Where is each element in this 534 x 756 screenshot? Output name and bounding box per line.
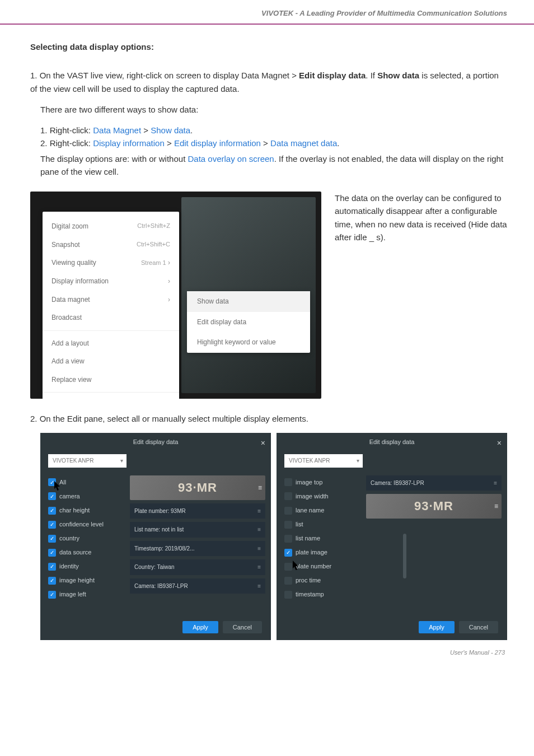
- checkbox-icon[interactable]: ✓: [48, 563, 56, 571]
- way1-sep: >: [141, 125, 151, 135]
- scrollbar-track[interactable]: [403, 466, 406, 606]
- close-icon[interactable]: ×: [497, 437, 502, 450]
- ctx-replace-view[interactable]: Replace view: [43, 371, 179, 389]
- preview-row[interactable]: Camera: IB9387-LPR≡: [130, 578, 265, 594]
- drag-handle-icon[interactable]: ≡: [494, 479, 497, 488]
- ctx-shortcut: Ctrl+Shift+C: [137, 240, 170, 250]
- ctx-snapshot[interactable]: Snapshot Ctrl+Shift+C: [43, 236, 179, 254]
- chk-char-height[interactable]: ✓char height: [48, 503, 127, 517]
- chk-plate-image[interactable]: ✓plate image: [284, 545, 363, 559]
- ctx-add-view[interactable]: Add a view: [43, 352, 179, 371]
- apply-button[interactable]: Apply: [419, 621, 455, 633]
- preview-list: 93·MR ≡ Plate number: 93MR≡ List name: n…: [130, 475, 265, 601]
- preview-row[interactable]: List name: not in list≡: [130, 522, 265, 538]
- cancel-button[interactable]: Cancel: [459, 621, 498, 633]
- chevron-right-icon: ›: [168, 276, 170, 287]
- ctx-viewing-quality[interactable]: Viewing quality Stream 1 ›: [43, 254, 179, 272]
- caret-down-icon: ▾: [357, 456, 359, 465]
- ctx-label: Broadcast: [51, 312, 82, 323]
- chk-image-height[interactable]: ✓image height: [48, 573, 127, 587]
- ctx-broadcast[interactable]: Broadcast: [43, 309, 179, 327]
- checkbox-icon[interactable]: [284, 577, 292, 585]
- section-title-suffix: :: [151, 42, 154, 52]
- source-dropdown[interactable]: VIVOTEK ANPR ▾: [48, 454, 127, 468]
- chk-label: country: [59, 534, 79, 543]
- ctx-data-magnet[interactable]: Data magnet ›: [43, 291, 179, 309]
- preview-row-text: Plate number: 93MR: [134, 507, 186, 516]
- chk-image-left[interactable]: ✓image left: [48, 587, 127, 601]
- checkbox-icon[interactable]: [284, 535, 292, 543]
- checkbox-icon[interactable]: [284, 591, 292, 599]
- drag-handle-icon[interactable]: ≡: [257, 544, 261, 553]
- preview-row[interactable]: Camera: IB9387-LPR≡: [366, 475, 502, 491]
- close-icon[interactable]: ×: [261, 437, 265, 450]
- checkbox-icon[interactable]: ✓: [48, 478, 56, 486]
- way-2: 2. Right-click: Display information > Ed…: [40, 137, 507, 150]
- checkbox-icon[interactable]: [284, 563, 292, 571]
- preview-row[interactable]: Plate number: 93MR≡: [130, 503, 265, 519]
- checkbox-icon[interactable]: ✓: [284, 549, 292, 557]
- chk-timestamp[interactable]: timestamp: [284, 587, 363, 601]
- chk-proc-time[interactable]: proc time: [284, 573, 363, 587]
- overlay-note: The data on the overlay can be configure…: [335, 192, 507, 244]
- context-submenu[interactable]: Show data Edit display data Highlight ke…: [187, 291, 310, 353]
- scrollbar-thumb[interactable]: [403, 534, 406, 578]
- chk-camera[interactable]: ✓camera: [48, 489, 127, 503]
- ctx-label: Digital zoom: [51, 221, 88, 232]
- drag-handle-icon[interactable]: ≡: [257, 507, 261, 516]
- drag-handle-icon[interactable]: ≡: [257, 563, 261, 572]
- sub-highlight-keyword[interactable]: Highlight keyword or value: [187, 332, 310, 353]
- chk-country[interactable]: ✓country: [48, 531, 127, 545]
- ctx-display-information[interactable]: Display information ›: [43, 272, 179, 291]
- checkbox-icon[interactable]: ✓: [48, 549, 56, 557]
- checkbox-icon[interactable]: ✓: [48, 507, 56, 515]
- chk-all[interactable]: ✓All: [48, 475, 127, 489]
- chk-lane-name[interactable]: lane name: [284, 503, 363, 517]
- checkbox-icon[interactable]: ✓: [48, 521, 56, 529]
- apply-button[interactable]: Apply: [182, 621, 218, 633]
- chk-data-source[interactable]: ✓data source: [48, 545, 127, 559]
- drag-handle-icon[interactable]: ≡: [257, 525, 261, 534]
- cancel-button[interactable]: Cancel: [223, 621, 262, 633]
- ctx-rhs: Stream 1: [141, 259, 166, 266]
- checkbox-icon[interactable]: [284, 492, 292, 500]
- chk-image-top[interactable]: image top: [284, 475, 363, 489]
- page-footer: User's Manual - 273: [0, 646, 534, 663]
- preview-row[interactable]: Country: Taiwan≡: [130, 559, 265, 575]
- checkbox-icon[interactable]: ✓: [48, 591, 56, 599]
- chk-list-name[interactable]: list name: [284, 531, 363, 545]
- chk-label: lane name: [296, 506, 324, 515]
- checkbox-icon[interactable]: [284, 478, 292, 486]
- chk-plate-number[interactable]: plate number: [284, 559, 363, 573]
- plate-image-preview[interactable]: 93·MR ≡: [366, 494, 502, 519]
- checkbox-icon[interactable]: [284, 521, 292, 529]
- chk-identity[interactable]: ✓identity: [48, 559, 127, 573]
- preview-row[interactable]: Timestamp: 2019/08/2...≡: [130, 541, 265, 557]
- drag-handle-icon[interactable]: ≡: [258, 483, 262, 493]
- drag-handle-icon[interactable]: ≡: [494, 501, 498, 512]
- checkbox-icon[interactable]: ✓: [48, 535, 56, 543]
- sub-edit-display-data[interactable]: Edit display data: [187, 312, 310, 333]
- drag-handle-icon[interactable]: ≡: [257, 582, 261, 591]
- sub-show-data[interactable]: Show data: [187, 291, 310, 312]
- checkbox-icon[interactable]: ✓: [48, 492, 56, 500]
- source-dropdown[interactable]: VIVOTEK ANPR ▾: [284, 454, 363, 468]
- preview-row-text: Camera: IB9387-LPR: [371, 479, 424, 488]
- figure1-wrap: Digital zoom Ctrl+Shift+Z Snapshot Ctrl+…: [30, 192, 507, 399]
- chk-label: image top: [296, 478, 322, 487]
- ctx-remove[interactable]: Remove Delete: [43, 396, 179, 399]
- checkbox-icon[interactable]: [284, 507, 292, 515]
- ctx-add-layout[interactable]: Add a layout: [43, 334, 179, 353]
- step1-pre: 1. On the VAST live view, right-click on…: [30, 71, 299, 80]
- chk-confidence-level[interactable]: ✓confidence level: [48, 517, 127, 531]
- chk-list[interactable]: list: [284, 517, 363, 531]
- checkbox-icon[interactable]: ✓: [48, 577, 56, 585]
- plate-image-preview[interactable]: 93·MR ≡: [130, 475, 265, 500]
- context-menu[interactable]: Digital zoom Ctrl+Shift+Z Snapshot Ctrl+…: [43, 212, 179, 399]
- caret-down-icon: ▾: [120, 456, 123, 465]
- chk-label: char height: [59, 506, 90, 515]
- page-header: VIVOTEK - A Leading Provider of Multimed…: [0, 0, 534, 25]
- ctx-digital-zoom[interactable]: Digital zoom Ctrl+Shift+Z: [43, 217, 179, 236]
- chk-image-width[interactable]: image width: [284, 489, 363, 503]
- chk-label: plate number: [296, 562, 331, 571]
